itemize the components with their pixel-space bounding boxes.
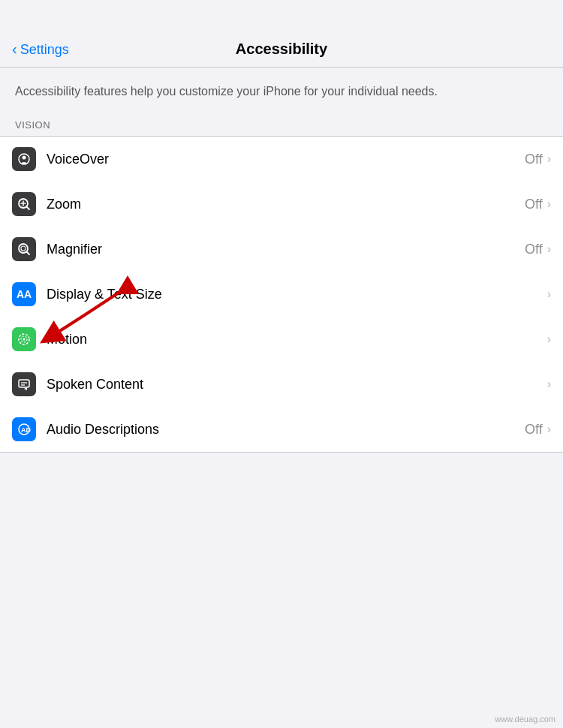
svg-point-1	[23, 156, 26, 160]
back-label: Settings	[20, 42, 69, 58]
svg-text:AA: AA	[17, 288, 32, 300]
svg-rect-15	[19, 380, 29, 387]
svg-point-8	[21, 246, 26, 251]
svg-point-12	[23, 338, 26, 341]
audio-descriptions-icon: AD	[12, 417, 36, 441]
motion-chevron-icon: ›	[547, 332, 551, 346]
display-text-size-label: Display & Text Size	[47, 287, 543, 302]
vision-section-header: VISION	[0, 112, 563, 136]
zoom-value: Off	[525, 197, 543, 212]
magnifier-row[interactable]: Magnifier Off ›	[0, 227, 563, 272]
spoken-content-row[interactable]: Spoken Content ›	[0, 362, 563, 407]
motion-row[interactable]: Motion ›	[0, 317, 563, 362]
svg-text:AD: AD	[21, 426, 31, 434]
voiceover-label: VoiceOver	[47, 152, 525, 167]
audio-descriptions-row[interactable]: AD Audio Descriptions Off ›	[0, 407, 563, 452]
audio-descriptions-chevron-icon: ›	[547, 423, 551, 436]
motion-label: Motion	[47, 332, 543, 347]
audio-descriptions-label: Audio Descriptions	[47, 422, 525, 438]
voiceover-icon	[12, 147, 36, 171]
audio-descriptions-value: Off	[525, 422, 543, 438]
magnifier-label: Magnifier	[47, 242, 525, 257]
back-button[interactable]: ‹ Settings	[12, 41, 69, 58]
settings-list: VoiceOver Off › Zoom Off › Magnifier Off	[0, 136, 563, 453]
voiceover-chevron-icon: ›	[547, 152, 551, 166]
display-text-size-chevron-icon: ›	[547, 287, 551, 301]
svg-line-7	[27, 252, 30, 255]
description-text: Accessibility features help you customiz…	[15, 83, 548, 100]
page-title: Accessibility	[236, 41, 327, 58]
spoken-content-chevron-icon: ›	[547, 378, 551, 391]
vision-label: VISION	[15, 119, 50, 131]
back-chevron-icon: ‹	[12, 41, 17, 58]
zoom-chevron-icon: ›	[547, 197, 551, 211]
display-text-size-row[interactable]: AA Display & Text Size ›	[0, 272, 563, 317]
spoken-content-label: Spoken Content	[47, 377, 543, 393]
zoom-icon	[12, 192, 36, 216]
spoken-content-icon	[12, 372, 36, 396]
display-text-size-icon: AA	[12, 282, 36, 306]
magnifier-icon	[12, 237, 36, 261]
magnifier-value: Off	[525, 242, 543, 257]
voiceover-row[interactable]: VoiceOver Off ›	[0, 137, 563, 182]
motion-icon	[12, 327, 36, 351]
zoom-row[interactable]: Zoom Off ›	[0, 182, 563, 227]
description-section: Accessibility features help you customiz…	[0, 68, 563, 112]
voiceover-value: Off	[525, 152, 543, 167]
watermark: www.deuag.com	[495, 714, 555, 723]
magnifier-chevron-icon: ›	[547, 242, 551, 256]
navigation-bar: ‹ Settings Accessibility	[0, 0, 563, 68]
svg-line-3	[27, 207, 30, 210]
zoom-label: Zoom	[47, 197, 525, 212]
